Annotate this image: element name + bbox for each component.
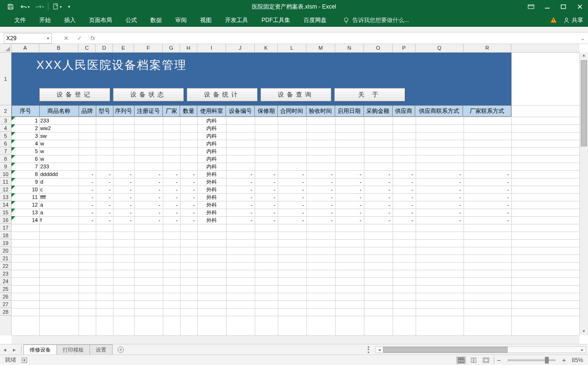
row-header-12[interactable]: 12 xyxy=(0,186,11,193)
cell[interactable]: - xyxy=(393,186,416,193)
cell[interactable] xyxy=(335,147,364,155)
zoom-in-button[interactable]: + xyxy=(562,356,566,364)
col-header-N[interactable]: N xyxy=(335,44,364,52)
table-row[interactable]: 10c------外科--------- xyxy=(11,186,511,193)
cell[interactable]: - xyxy=(96,193,113,201)
cell[interactable] xyxy=(278,147,306,155)
row-header-6[interactable]: 6 xyxy=(0,140,11,147)
maximize-button[interactable] xyxy=(555,0,572,13)
row-header-4[interactable]: 4 xyxy=(0,124,11,132)
cell[interactable]: - xyxy=(180,170,197,178)
cell[interactable]: - xyxy=(79,186,96,193)
cell[interactable]: - xyxy=(364,216,393,224)
cell[interactable] xyxy=(226,163,255,170)
cell[interactable] xyxy=(226,132,255,140)
cell[interactable] xyxy=(163,117,180,124)
cell[interactable]: d xyxy=(39,178,79,186)
cell[interactable]: - xyxy=(364,193,393,201)
cell[interactable] xyxy=(278,124,306,132)
view-pagebreak-button[interactable] xyxy=(481,356,491,364)
cell[interactable]: - xyxy=(79,193,96,201)
cell[interactable] xyxy=(113,140,134,147)
cell[interactable] xyxy=(180,132,197,140)
col-header-Q[interactable]: Q xyxy=(416,44,464,52)
cell[interactable]: 外科 xyxy=(197,201,226,209)
table-row[interactable]: 3sw内科 xyxy=(11,132,511,140)
cell[interactable] xyxy=(306,163,335,170)
cell[interactable] xyxy=(416,132,464,140)
col-header-G[interactable]: G xyxy=(163,44,180,52)
cell[interactable] xyxy=(464,124,511,132)
name-box-input[interactable] xyxy=(6,35,40,42)
zoom-slider[interactable] xyxy=(508,359,555,361)
name-box[interactable]: ▾ xyxy=(4,33,52,44)
cell[interactable] xyxy=(79,117,96,124)
cell[interactable] xyxy=(335,163,364,170)
cell[interactable] xyxy=(393,140,416,147)
table-row[interactable]: 13a------外科--------- xyxy=(11,209,511,216)
col-header-J[interactable]: J xyxy=(226,44,255,52)
table-row[interactable]: 6w内科 xyxy=(11,155,511,163)
cell[interactable]: 外科 xyxy=(197,178,226,186)
vertical-scrollbar[interactable]: ▴ ▾ xyxy=(579,53,588,335)
cell[interactable]: - xyxy=(306,216,335,224)
minimize-button[interactable] xyxy=(539,0,555,13)
cell[interactable] xyxy=(364,163,393,170)
cell[interactable]: - xyxy=(113,186,134,193)
row-header-24[interactable]: 24 xyxy=(0,277,11,285)
save-button[interactable] xyxy=(4,1,17,12)
cell[interactable]: - xyxy=(79,178,96,186)
cell[interactable]: - xyxy=(79,209,96,216)
cell[interactable]: - xyxy=(79,216,96,224)
cell[interactable] xyxy=(464,140,511,147)
cell[interactable] xyxy=(226,140,255,147)
tab-baidu[interactable]: 百度网盘 xyxy=(297,13,333,27)
cell[interactable] xyxy=(226,124,255,132)
column-headers[interactable]: ABCDEFGHIJKLMNOPQR xyxy=(11,44,579,53)
share-button[interactable]: 共享 xyxy=(563,16,583,24)
cell[interactable]: - xyxy=(255,201,278,209)
cell[interactable]: 外科 xyxy=(197,186,226,193)
zoom-thumb[interactable] xyxy=(545,357,549,364)
cell[interactable] xyxy=(278,163,306,170)
cell[interactable] xyxy=(79,155,96,163)
qat-customize[interactable]: ▾ xyxy=(65,1,73,12)
table-row[interactable]: 2ww2内科 xyxy=(11,124,511,132)
cell[interactable]: - xyxy=(335,178,364,186)
cell[interactable] xyxy=(364,124,393,132)
cell[interactable]: - xyxy=(393,209,416,216)
cell[interactable]: - xyxy=(226,209,255,216)
cell[interactable]: - xyxy=(464,201,511,209)
cell[interactable] xyxy=(113,124,134,132)
cell[interactable] xyxy=(393,155,416,163)
cell[interactable]: - xyxy=(393,216,416,224)
cell[interactable]: - xyxy=(278,209,306,216)
tab-pagelayout[interactable]: 页面布局 xyxy=(82,13,119,27)
cell[interactable]: 内科 xyxy=(197,132,226,140)
cell-grid[interactable]: XXX人民医院设备档案管理 设备登记设备状态设备统计设备查询关 于 序号商品名称… xyxy=(11,53,579,335)
cell[interactable] xyxy=(134,117,163,124)
cell[interactable]: - xyxy=(96,216,113,224)
cell[interactable] xyxy=(416,155,464,163)
cell[interactable]: - xyxy=(364,209,393,216)
cell[interactable]: - xyxy=(134,201,163,209)
cell[interactable] xyxy=(464,163,511,170)
cell[interactable]: 内科 xyxy=(197,140,226,147)
row-header-5[interactable]: 5 xyxy=(0,132,11,140)
cell[interactable]: - xyxy=(364,170,393,178)
row-header-28[interactable]: 28 xyxy=(0,308,11,316)
cell[interactable] xyxy=(255,117,278,124)
sheet-nav-next[interactable]: ▸ xyxy=(11,345,18,354)
col-header-L[interactable]: L xyxy=(278,44,306,52)
zoom-out-button[interactable]: − xyxy=(497,356,501,364)
row-header-21[interactable]: 21 xyxy=(0,254,11,262)
col-header-P[interactable]: P xyxy=(393,44,416,52)
cell[interactable]: - xyxy=(416,170,464,178)
cell[interactable] xyxy=(134,147,163,155)
cell[interactable] xyxy=(96,117,113,124)
cell[interactable]: 233 xyxy=(39,163,79,170)
cell[interactable] xyxy=(180,163,197,170)
cell[interactable] xyxy=(416,147,464,155)
tell-me-search[interactable]: 告诉我您想要做什么... xyxy=(343,16,409,24)
add-sheet-button[interactable] xyxy=(112,344,129,354)
